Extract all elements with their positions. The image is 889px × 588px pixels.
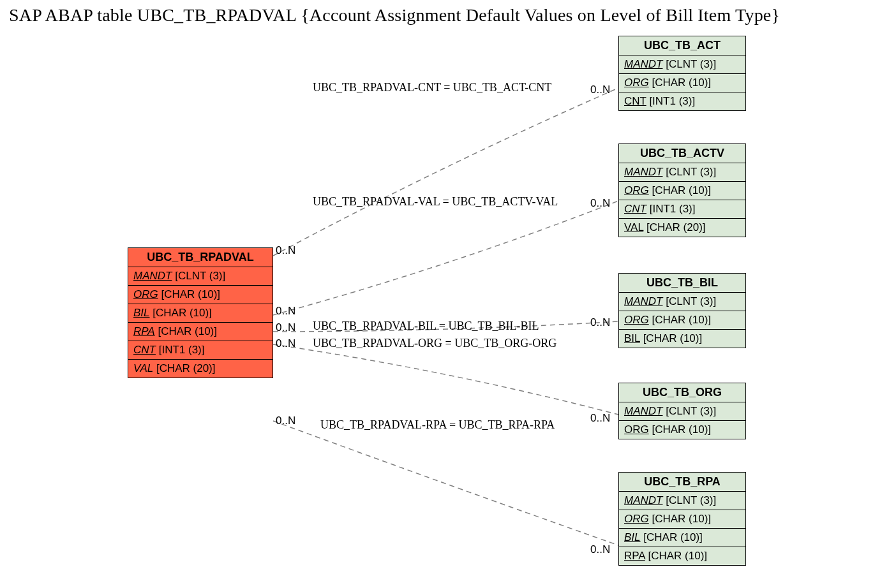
card-right-1: 0..N	[590, 197, 610, 210]
join-label-rpa: UBC_TB_RPADVAL-RPA = UBC_TB_RPA-RPA	[320, 418, 555, 432]
field-row: VAL [CHAR (20)]	[128, 360, 273, 378]
entity-actv-header: UBC_TB_ACTV	[619, 144, 745, 163]
join-label-val: UBC_TB_RPADVAL-VAL = UBC_TB_ACTV-VAL	[313, 195, 558, 209]
entity-rpadval-header: UBC_TB_RPADVAL	[128, 248, 273, 267]
field-row: MANDT [CLNT (3)]	[619, 163, 745, 182]
card-right-2: 0..N	[590, 316, 610, 329]
field-row: ORG [CHAR (10)]	[619, 421, 745, 439]
card-right-3: 0..N	[590, 412, 610, 425]
entity-act-header: UBC_TB_ACT	[619, 36, 745, 55]
entity-rpa-header: UBC_TB_RPA	[619, 473, 745, 492]
field-row: ORG [CHAR (10)]	[128, 286, 273, 304]
field-row: ORG [CHAR (10)]	[619, 182, 745, 200]
field-row: BIL [CHAR (10)]	[619, 330, 745, 348]
field-row: CNT [INT1 (3)]	[619, 92, 745, 110]
entity-bil: UBC_TB_BIL MANDT [CLNT (3)] ORG [CHAR (1…	[618, 273, 746, 348]
field-row: MANDT [CLNT (3)]	[128, 267, 273, 286]
field-row: ORG [CHAR (10)]	[619, 510, 745, 529]
card-left-4: 0..N	[276, 415, 295, 427]
field-row: RPA [CHAR (10)]	[128, 323, 273, 341]
field-row: BIL [CHAR (10)]	[619, 529, 745, 547]
card-right-4: 0..N	[590, 543, 610, 556]
page-title: SAP ABAP table UBC_TB_RPADVAL {Account A…	[9, 5, 780, 26]
field-row: ORG [CHAR (10)]	[619, 74, 745, 92]
entity-act: UBC_TB_ACT MANDT [CLNT (3)] ORG [CHAR (1…	[618, 36, 746, 111]
field-row: ORG [CHAR (10)]	[619, 311, 745, 330]
field-row: MANDT [CLNT (3)]	[619, 402, 745, 421]
card-left-2: 0..N	[276, 321, 295, 334]
card-left-0: 0..N	[276, 244, 295, 257]
entity-org: UBC_TB_ORG MANDT [CLNT (3)] ORG [CHAR (1…	[618, 383, 746, 439]
join-label-org: UBC_TB_RPADVAL-ORG = UBC_TB_ORG-ORG	[313, 337, 557, 350]
field-row: CNT [INT1 (3)]	[619, 200, 745, 219]
entity-rpa: UBC_TB_RPA MANDT [CLNT (3)] ORG [CHAR (1…	[618, 472, 746, 566]
field-row: MANDT [CLNT (3)]	[619, 492, 745, 510]
field-row: CNT [INT1 (3)]	[128, 341, 273, 360]
entity-actv: UBC_TB_ACTV MANDT [CLNT (3)] ORG [CHAR (…	[618, 143, 746, 237]
card-left-1: 0..N	[276, 305, 295, 318]
field-row: BIL [CHAR (10)]	[128, 304, 273, 323]
entity-bil-header: UBC_TB_BIL	[619, 274, 745, 293]
entity-org-header: UBC_TB_ORG	[619, 383, 745, 402]
card-right-0: 0..N	[590, 84, 610, 96]
join-label-cnt: UBC_TB_RPADVAL-CNT = UBC_TB_ACT-CNT	[313, 81, 551, 94]
field-row: MANDT [CLNT (3)]	[619, 55, 745, 74]
join-label-bil: UBC_TB_RPADVAL-BIL = UBC_TB_BIL-BIL	[313, 320, 539, 333]
field-row: MANDT [CLNT (3)]	[619, 293, 745, 311]
field-row: VAL [CHAR (20)]	[619, 219, 745, 237]
entity-rpadval: UBC_TB_RPADVAL MANDT [CLNT (3)] ORG [CHA…	[128, 247, 273, 378]
field-row: RPA [CHAR (10)]	[619, 547, 745, 565]
card-left-3: 0..N	[276, 337, 295, 350]
